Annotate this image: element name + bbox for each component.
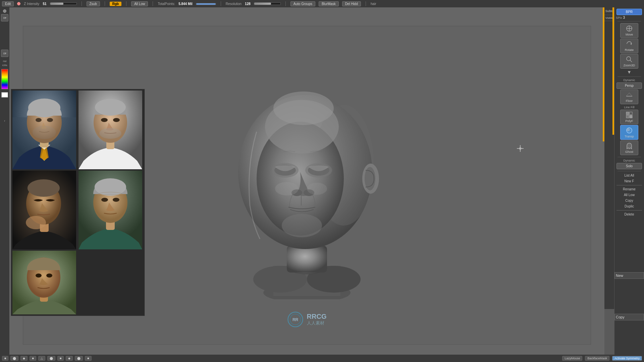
svg-line-62 bbox=[630, 60, 632, 62]
activate-symmetry-button[interactable]: Activate Symmetry bbox=[612, 356, 642, 361]
rename-button[interactable]: Rename bbox=[616, 187, 642, 192]
rp-div-2 bbox=[616, 210, 642, 210]
svg-point-59 bbox=[46, 274, 52, 278]
duplic-button[interactable]: Duplic bbox=[616, 204, 642, 209]
photo-panel bbox=[11, 89, 145, 316]
left-dot-indicator bbox=[3, 9, 6, 13]
svg-point-53 bbox=[101, 198, 108, 202]
dynamic-label-1: Dynamic bbox=[623, 78, 635, 82]
solo-button[interactable]: Solo bbox=[616, 163, 642, 169]
copy-text: Copy bbox=[616, 315, 625, 319]
total-points-label: TotalPoints: bbox=[158, 2, 175, 6]
svg-point-69 bbox=[627, 128, 630, 131]
rs-sep-2 bbox=[618, 76, 641, 77]
photo-item-4[interactable] bbox=[78, 171, 142, 249]
bottom-tool-6[interactable]: ⬤ bbox=[47, 356, 55, 361]
floor-button[interactable]: Floor bbox=[620, 89, 638, 104]
bottom-tool-10[interactable]: ■ bbox=[85, 356, 91, 361]
bottom-tool-1[interactable]: ■ bbox=[2, 356, 8, 361]
bottom-tool-9[interactable]: ⬤ bbox=[75, 356, 83, 361]
svg-point-21 bbox=[273, 92, 334, 125]
bottom-left-label: r bbox=[4, 119, 5, 122]
transp-button[interactable]: Transp bbox=[620, 125, 638, 140]
svg-point-34 bbox=[36, 118, 42, 122]
line-fill-label: Line Fill bbox=[624, 106, 634, 109]
left-btn-2[interactable]: Off bbox=[1, 50, 8, 57]
resolution-value: 128 bbox=[245, 2, 251, 6]
separator3 bbox=[126, 1, 126, 6]
rp-div-1 bbox=[616, 185, 642, 185]
backface-mask-button[interactable]: BackfaceMask bbox=[585, 356, 609, 361]
z-intensity-value: 51 bbox=[43, 2, 46, 6]
svg-point-16 bbox=[282, 214, 322, 237]
all-low-button[interactable]: All Low bbox=[131, 1, 148, 6]
zoom3d-button[interactable]: Zoom3D bbox=[620, 54, 638, 69]
crosshair-cursor bbox=[517, 145, 524, 152]
resolution-slider[interactable] bbox=[254, 2, 281, 5]
floor-label: Floor bbox=[626, 99, 633, 103]
edit-button[interactable]: Edit bbox=[2, 1, 14, 6]
rgb-button[interactable]: Rgb bbox=[110, 2, 121, 6]
svg-point-40 bbox=[95, 99, 126, 116]
photo-item-5[interactable] bbox=[12, 251, 76, 314]
copy-label-bottom[interactable]: Copy bbox=[614, 314, 644, 320]
bottom-tool-7[interactable]: ■ bbox=[57, 356, 64, 361]
svg-point-20 bbox=[307, 183, 327, 195]
svg-point-54 bbox=[113, 198, 119, 202]
hair-label: hair bbox=[371, 2, 376, 6]
auto-groups-button[interactable]: Auto Groups bbox=[290, 1, 315, 6]
dynamic-label-2: Dynamic bbox=[623, 159, 635, 162]
move-button[interactable]: Move bbox=[620, 23, 638, 38]
spix-row: SPix 3 bbox=[616, 16, 643, 19]
svg-point-42 bbox=[113, 118, 120, 122]
color-picker[interactable] bbox=[1, 69, 8, 89]
svg-rect-67 bbox=[630, 115, 632, 118]
watermark: RR RRCG 人人素材 bbox=[287, 311, 327, 327]
ghost-button[interactable]: Ghost bbox=[620, 140, 638, 155]
photo-item-1[interactable] bbox=[12, 90, 76, 169]
polyf-label: PolyF bbox=[625, 119, 633, 123]
head-svg bbox=[230, 71, 384, 299]
blur-mask-button[interactable]: BlurMask bbox=[319, 1, 339, 6]
dynamic-persp-container: Dynamic Persp bbox=[616, 78, 642, 89]
copy-button[interactable]: Copy bbox=[616, 198, 642, 203]
rotate-button[interactable]: Rotate bbox=[620, 39, 638, 53]
persp-button[interactable]: Persp bbox=[616, 82, 642, 89]
watermark-brand: RRCG bbox=[307, 313, 327, 320]
head-model bbox=[230, 71, 384, 299]
separator6 bbox=[285, 1, 286, 6]
photo-item-3[interactable] bbox=[12, 171, 76, 249]
delete-button[interactable]: Delete bbox=[616, 212, 642, 217]
rs-sep-1 bbox=[618, 21, 641, 21]
bottom-tool-8[interactable]: ◆ bbox=[66, 356, 73, 361]
bottom-tool-3[interactable]: ◆ bbox=[20, 356, 28, 361]
top-bar: Edit Z Intensity 51 Zsub Rgb All Low Tot… bbox=[0, 0, 644, 7]
photo-row-bottom bbox=[12, 251, 143, 314]
svg-rect-5 bbox=[287, 246, 327, 273]
zoom3d-label: Zoom3D bbox=[624, 64, 635, 67]
bpr-button[interactable]: BPR bbox=[616, 9, 642, 15]
del-hidd-button[interactable]: Del Hidd bbox=[342, 1, 361, 6]
photo-item-2[interactable] bbox=[78, 90, 142, 169]
bottom-tools: ■ ⬤ ◆ ■ △ ⬤ ■ ◆ ⬤ ■ bbox=[2, 356, 92, 361]
all-low-rs-button[interactable]: All Low bbox=[616, 192, 642, 197]
new-label-bottom[interactable]: New bbox=[614, 272, 644, 279]
new-f-button[interactable]: New F bbox=[616, 179, 642, 184]
accent-bar bbox=[603, 7, 604, 141]
left-sidebar: Off Off rial icMa r bbox=[0, 7, 9, 362]
bottom-tool-5[interactable]: △ bbox=[38, 356, 45, 361]
lazy-mouse-button[interactable]: LazyMouse bbox=[562, 356, 582, 361]
spix-label: SPix bbox=[616, 16, 622, 19]
z-intensity-slider[interactable] bbox=[50, 2, 77, 5]
polyf-button[interactable]: PolyF bbox=[620, 110, 638, 124]
list-all-button[interactable]: List All bbox=[616, 173, 642, 178]
zsub-button[interactable]: Zsub bbox=[87, 1, 100, 6]
left-btn-1[interactable]: Off bbox=[1, 14, 8, 21]
separator bbox=[82, 1, 82, 6]
zoom-arrow-down[interactable]: ▼ bbox=[627, 69, 632, 75]
bottom-tool-4[interactable]: ■ bbox=[30, 356, 36, 361]
rs-sep-4 bbox=[618, 171, 641, 171]
bg-color-swatch[interactable] bbox=[1, 92, 8, 98]
basic-shader-label: icMa bbox=[2, 64, 7, 66]
bottom-tool-2[interactable]: ⬤ bbox=[10, 356, 18, 361]
